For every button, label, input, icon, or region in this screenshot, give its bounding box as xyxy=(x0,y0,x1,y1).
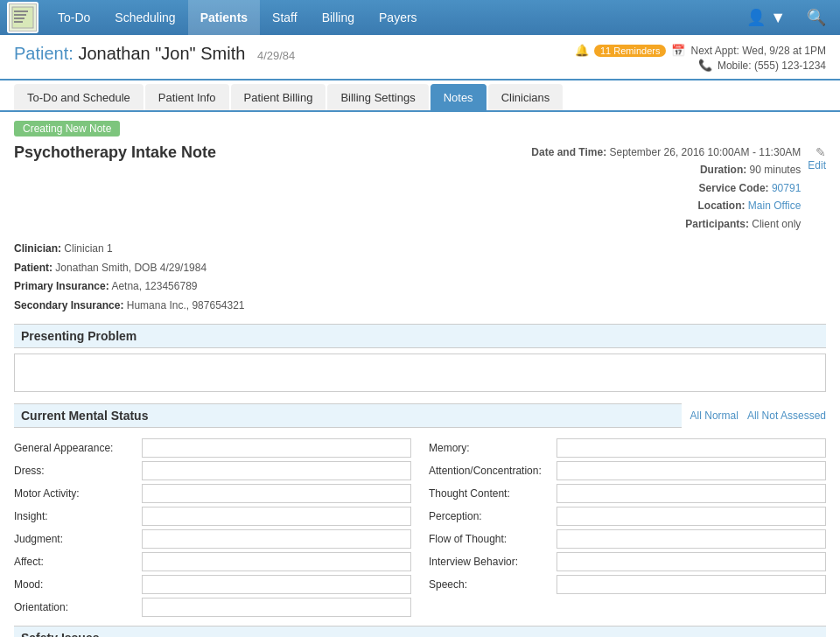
ms-label-perception: Perception: xyxy=(429,510,551,522)
ms-input-mood[interactable] xyxy=(142,575,411,594)
ms-input-general-appearance[interactable] xyxy=(142,438,411,458)
ms-label-dress: Dress: xyxy=(14,465,136,477)
clinician-value: Clinician 1 xyxy=(64,242,112,255)
ms-row-attention: Attention/Concentration: xyxy=(429,461,826,480)
ms-row-judgment: Judgment: xyxy=(14,529,411,549)
ms-row-memory: Memory: xyxy=(429,438,826,458)
nav-links: To-Do Scheduling Patients Staff Billing … xyxy=(46,0,739,35)
nav-right-actions: 👤 ▼ 🔍 xyxy=(739,4,833,31)
tab-todo-schedule[interactable]: To-Do and Schedule xyxy=(14,84,144,110)
participants-label: Participants: xyxy=(685,218,749,230)
secondary-ins-value: Humana Inc., 987654321 xyxy=(127,299,245,312)
patient-dob: 4/29/84 xyxy=(257,49,295,62)
presenting-problem-input[interactable] xyxy=(14,354,826,392)
tab-clinicians[interactable]: Clinicians xyxy=(488,84,564,110)
nav-billing[interactable]: Billing xyxy=(310,0,367,35)
ms-label-memory: Memory: xyxy=(429,442,551,454)
ms-input-judgment[interactable] xyxy=(142,529,411,549)
ms-input-thought-content[interactable] xyxy=(556,484,826,503)
svg-rect-2 xyxy=(14,14,26,16)
search-button[interactable]: 🔍 xyxy=(800,4,833,31)
svg-rect-3 xyxy=(14,18,24,19)
ms-label-interview-behavior: Interview Behavior: xyxy=(429,556,551,568)
location-value: Main Office xyxy=(748,200,801,212)
ms-input-interview-behavior[interactable] xyxy=(556,552,826,571)
ms-input-memory[interactable] xyxy=(556,438,826,458)
ms-label-speech: Speech: xyxy=(429,578,551,591)
date-value: September 26, 2016 10:00AM - 11:30AM xyxy=(610,146,802,158)
primary-ins-label: Primary Insurance: xyxy=(14,280,109,292)
patient-name: Jonathan "Jon" Smith xyxy=(78,44,245,63)
nav-scheduling[interactable]: Scheduling xyxy=(102,0,187,35)
ms-row-speech: Speech: xyxy=(429,575,826,594)
ms-label-orientation: Orientation: xyxy=(14,601,136,613)
patient-info-value: Jonathan Smith, DOB 4/29/1984 xyxy=(55,262,206,274)
main-content: Creating New Note Psychotherapy Intake N… xyxy=(0,112,840,637)
nav-patients[interactable]: Patients xyxy=(188,0,260,35)
patient-info-label: Patient: xyxy=(14,262,52,274)
reminders-badge[interactable]: 11 Reminders xyxy=(594,45,666,57)
ms-label-general-appearance: General Appearance: xyxy=(14,442,136,454)
ms-label-thought-content: Thought Content: xyxy=(429,487,551,500)
ms-input-attention[interactable] xyxy=(556,461,826,480)
patient-header: Patient: Jonathan "Jon" Smith 4/29/84 🔔 … xyxy=(0,35,840,80)
ms-input-speech[interactable] xyxy=(556,575,826,594)
ms-input-dress[interactable] xyxy=(142,461,411,480)
participants-value: Client only xyxy=(752,218,801,230)
note-title: Psychotherapy Intake Note xyxy=(14,144,216,162)
ms-label-motor-activity: Motor Activity: xyxy=(14,487,136,500)
nav-payers[interactable]: Payers xyxy=(367,0,430,35)
ms-input-insight[interactable] xyxy=(142,507,411,526)
patient-title: Patient: Jonathan "Jon" Smith 4/29/84 xyxy=(14,44,295,64)
ms-row-insight: Insight: xyxy=(14,507,411,526)
user-menu-button[interactable]: 👤 ▼ xyxy=(739,4,793,31)
ms-row-thought-content: Thought Content: xyxy=(429,484,826,503)
nav-staff[interactable]: Staff xyxy=(260,0,310,35)
tab-notes[interactable]: Notes xyxy=(430,84,486,110)
ms-row-orientation: Orientation: xyxy=(14,598,411,617)
safety-issues-header: Safety Issues xyxy=(14,626,826,637)
mobile-number: Mobile: (555) 123-1234 xyxy=(718,60,826,72)
ms-input-orientation[interactable] xyxy=(142,598,411,617)
duration-label: Duration: xyxy=(700,164,746,176)
note-title-row: Psychotherapy Intake Note Date and Time:… xyxy=(14,144,826,233)
note-meta: Date and Time: September 26, 2016 10:00A… xyxy=(531,144,801,233)
mental-status-title: Current Mental Status xyxy=(14,403,682,428)
ms-row-flow-of-thought: Flow of Thought: xyxy=(429,529,826,549)
ms-label-mood: Mood: xyxy=(14,578,136,591)
bell-icon: 🔔 xyxy=(575,44,589,57)
ms-row-affect: Affect: xyxy=(14,552,411,571)
mental-status-grid: General Appearance: Dress: Motor Activit… xyxy=(14,438,826,617)
ms-label-judgment: Judgment: xyxy=(14,533,136,545)
all-normal-link[interactable]: All Normal xyxy=(690,410,738,422)
nav-todo[interactable]: To-Do xyxy=(46,0,102,35)
all-not-assessed-link[interactable]: All Not Assessed xyxy=(747,410,826,422)
calendar-icon: 📅 xyxy=(671,44,685,57)
edit-link[interactable]: Edit xyxy=(808,159,826,172)
ms-input-affect[interactable] xyxy=(142,552,411,571)
ms-label-attention: Attention/Concentration: xyxy=(429,465,551,477)
ms-row-interview-behavior: Interview Behavior: xyxy=(429,552,826,571)
edit-pencil-icon[interactable]: ✎ xyxy=(816,145,826,159)
patient-meta: 🔔 11 Reminders 📅 Next Appt: Wed, 9/28 at… xyxy=(575,44,826,74)
tab-patient-info[interactable]: Patient Info xyxy=(145,84,229,110)
service-code-value: 90791 xyxy=(772,182,801,194)
ms-row-perception: Perception: xyxy=(429,507,826,526)
ms-input-perception[interactable] xyxy=(556,507,826,526)
svg-rect-1 xyxy=(14,10,28,12)
clinician-label: Clinician: xyxy=(14,242,61,255)
tab-billing-settings[interactable]: Billing Settings xyxy=(327,84,428,110)
ms-input-flow-of-thought[interactable] xyxy=(556,529,826,549)
note-clinician-info: Clinician: Clinician 1 Patient: Jonathan… xyxy=(14,240,826,315)
ms-row-motor-activity: Motor Activity: xyxy=(14,484,411,503)
top-nav: To-Do Scheduling Patients Staff Billing … xyxy=(0,0,840,35)
ms-label-affect: Affect: xyxy=(14,556,136,568)
ms-input-motor-activity[interactable] xyxy=(142,484,411,503)
logo[interactable] xyxy=(7,2,38,33)
ms-label-flow-of-thought: Flow of Thought: xyxy=(429,533,551,545)
secondary-ins-label: Secondary Insurance: xyxy=(14,299,123,312)
primary-ins-value: Aetna, 123456789 xyxy=(111,280,197,292)
date-label: Date and Time: xyxy=(531,146,606,158)
tab-patient-billing[interactable]: Patient Billing xyxy=(231,84,326,110)
ms-row-mood: Mood: xyxy=(14,575,411,594)
